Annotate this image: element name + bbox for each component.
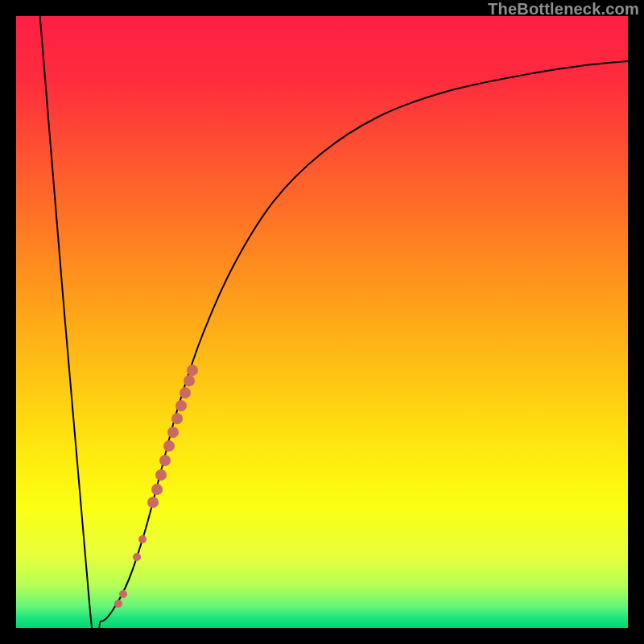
curve-marker: [167, 427, 179, 438]
watermark-text: TheBottleneck.com: [488, 0, 639, 19]
curve-marker: [119, 590, 127, 598]
background-gradient: [16, 16, 628, 628]
curve-marker: [180, 387, 191, 398]
curve-marker: [138, 535, 147, 543]
curve-marker: [133, 553, 141, 561]
curve-marker: [159, 455, 171, 466]
curve-marker: [187, 365, 198, 376]
curve-marker: [151, 484, 163, 495]
plot-area: [16, 16, 628, 628]
curve-marker: [175, 400, 187, 411]
chart-frame: TheBottleneck.com: [0, 0, 644, 644]
curve-marker: [147, 497, 159, 508]
curve-marker: [114, 600, 122, 608]
curve-marker: [155, 469, 167, 481]
curve-marker: [184, 375, 195, 386]
curve-marker: [163, 440, 175, 452]
chart-svg: [16, 16, 628, 628]
curve-marker: [171, 413, 183, 424]
